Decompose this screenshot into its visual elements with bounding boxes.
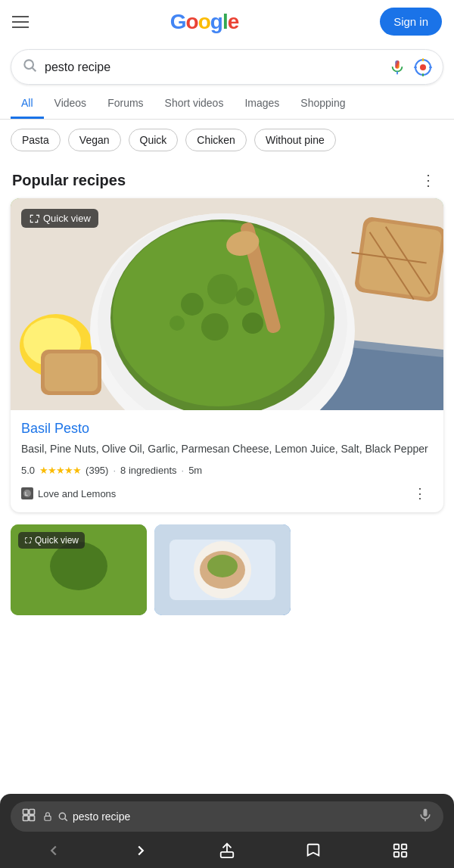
source-favicon: L [21, 487, 33, 499]
svg-point-39 [50, 542, 107, 590]
svg-point-24 [181, 293, 204, 316]
svg-point-26 [201, 313, 229, 341]
chip-quick[interactable]: Quick [129, 129, 179, 151]
svg-point-0 [24, 60, 33, 69]
search-icon [22, 58, 37, 76]
recipe-info: Basil Pesto Basil, Pine Nuts, Olive Oil,… [11, 410, 443, 512]
popular-recipes-header: Popular recipes ⋮ [0, 160, 454, 198]
svg-rect-6 [414, 67, 417, 68]
recipe-meta: 5.0 ★★★★★ (395) · 8 ingredients · 5m [21, 465, 433, 476]
chip-pasta[interactable]: Pasta [11, 129, 61, 151]
recipe-card-basil-pesto: Quick view Basil Pesto Basil, Pine Nuts,… [11, 198, 443, 512]
tab-shopping[interactable]: Shopping [290, 89, 356, 119]
header: Google Sign in [0, 0, 454, 43]
mini-card-2[interactable] [154, 524, 291, 615]
recipe-more-options[interactable]: ⋮ [407, 482, 433, 505]
svg-point-5 [420, 64, 426, 70]
svg-point-25 [236, 288, 254, 306]
chip-without-pine[interactable]: Without pine [254, 129, 336, 151]
google-logo: Google [170, 10, 238, 34]
tab-videos[interactable]: Videos [44, 89, 98, 119]
mini-card-1[interactable]: Quick view [11, 524, 147, 615]
source-logo: L Love and Lemons [21, 487, 116, 499]
tab-images[interactable]: Images [234, 89, 290, 119]
menu-button[interactable] [12, 16, 29, 28]
svg-rect-2 [395, 60, 400, 68]
recipe-reviews: (395) [86, 465, 108, 476]
svg-rect-9 [422, 73, 424, 76]
tab-short-videos[interactable]: Short videos [154, 89, 235, 119]
search-bar [11, 49, 443, 85]
quick-view-label: Quick view [43, 213, 91, 224]
svg-rect-33 [45, 353, 98, 391]
signin-button[interactable]: Sign in [380, 8, 442, 36]
mini-cards-row: Quick view [0, 524, 454, 615]
recipe-ingredients-count: 8 ingredients [120, 465, 176, 476]
source-name: Love and Lemons [38, 488, 116, 499]
quick-view-badge[interactable]: Quick view [21, 209, 98, 228]
svg-point-28 [242, 313, 263, 334]
svg-point-44 [207, 555, 238, 577]
recipe-ingredients: Basil, Pine Nuts, Olive Oil, Garlic, Par… [21, 441, 433, 457]
mini-card-1-label: Quick view [35, 535, 79, 546]
recipe-source: L Love and Lemons ⋮ [21, 482, 433, 505]
mic-icon[interactable] [388, 58, 406, 76]
svg-text:L: L [25, 491, 28, 496]
chip-vegan[interactable]: Vegan [68, 129, 121, 151]
svg-rect-7 [429, 67, 432, 68]
svg-rect-8 [422, 58, 424, 61]
svg-point-27 [169, 316, 185, 331]
popular-recipes-title: Popular recipes [12, 172, 126, 189]
recipe-image: Quick view [11, 198, 443, 410]
lens-icon[interactable] [414, 58, 432, 76]
search-input[interactable] [45, 61, 381, 74]
filter-chips: Pasta Vegan Quick Chicken Without pine [0, 120, 454, 160]
chip-chicken[interactable]: Chicken [185, 129, 247, 151]
svg-line-1 [33, 68, 36, 72]
recipe-title[interactable]: Basil Pesto [21, 421, 433, 437]
recipe-image-placeholder [11, 198, 443, 410]
tab-all[interactable]: All [11, 89, 44, 119]
svg-point-29 [207, 274, 238, 304]
search-tabs: All Videos Forums Short videos Images Sh… [0, 89, 454, 120]
more-options-button[interactable]: ⋮ [415, 168, 442, 192]
recipe-rating: 5.0 [21, 465, 35, 476]
recipe-stars: ★★★★★ [39, 465, 81, 476]
tab-forums[interactable]: Forums [97, 89, 154, 119]
recipe-time: 5m [188, 465, 202, 476]
